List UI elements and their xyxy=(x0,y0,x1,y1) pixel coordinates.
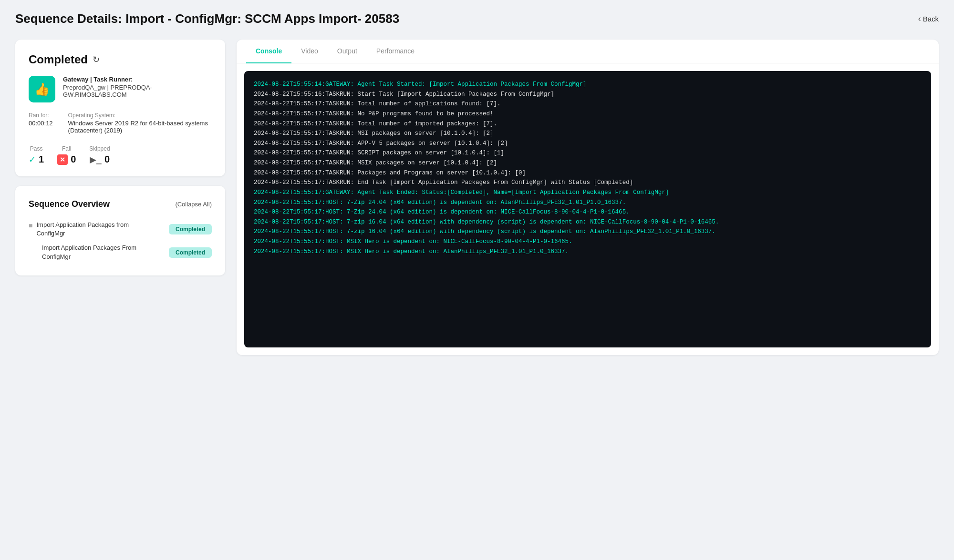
console-line: 2024-08-22T15:55:17:HOST: 7-zip 16.04 (x… xyxy=(254,217,922,227)
gateway-label: Gateway | Task Runner: xyxy=(63,76,212,83)
refresh-icon[interactable]: ↻ xyxy=(93,54,100,65)
right-panel: Console Video Output Performance 2024-08… xyxy=(237,40,939,355)
stats-row: Pass ✓ 1 Fail ✕ 0 Skipped ▶⎯ xyxy=(29,142,212,165)
os-value: Windows Server 2019 R2 for 64-bit-based … xyxy=(68,120,212,134)
thumbs-up-icon: 👍 xyxy=(29,76,55,102)
seq-item-0: ■ Import Application Packages from Confi… xyxy=(29,218,212,241)
console-line: 2024-08-22T15:55:17:HOST: 7-Zip 24.04 (x… xyxy=(254,198,922,208)
console-line: 2024-08-22T15:55:17:TASKRUN: No P&P prog… xyxy=(254,109,922,119)
seq-header: Sequence Overview (Collapse All) xyxy=(29,199,212,209)
back-link[interactable]: ‹ Back xyxy=(918,14,939,24)
console-line: 2024-08-22T15:55:17:TASKRUN: Total numbe… xyxy=(254,119,922,129)
back-chevron-icon: ‹ xyxy=(918,14,921,24)
ran-for-label: Ran for: xyxy=(29,112,53,119)
skipped-number: 0 xyxy=(104,154,110,165)
fail-value-row: ✕ 0 xyxy=(57,154,76,165)
tab-video[interactable]: Video xyxy=(291,40,328,63)
seq-item-icon-0: ■ xyxy=(29,222,32,229)
skipped-value-row: ▶⎯ 0 xyxy=(90,154,110,165)
console-line: 2024-08-22T15:55:17:TASKRUN: Total numbe… xyxy=(254,99,922,109)
pass-label: Pass xyxy=(30,145,43,152)
console-line: 2024-08-22T15:55:17:HOST: MSIX Hero is d… xyxy=(254,247,922,257)
back-label: Back xyxy=(923,15,939,23)
tab-console[interactable]: Console xyxy=(246,40,291,63)
ran-for-value: 00:00:12 xyxy=(29,120,53,127)
console-line: 2024-08-22T15:55:14:GATEWAY: Agent Task … xyxy=(254,80,922,90)
seq-title: Sequence Overview xyxy=(29,199,110,209)
status-title: Completed xyxy=(29,53,88,66)
page-header: Sequence Details: Import - ConfigMgr: SC… xyxy=(15,11,939,26)
console-line: 2024-08-22T15:55:16:TASKRUN: Start Task … xyxy=(254,90,922,100)
fail-label: Fail xyxy=(62,145,71,152)
console-area: 2024-08-22T15:55:14:GATEWAY: Agent Task … xyxy=(244,71,931,347)
page-title: Sequence Details: Import - ConfigMgr: SC… xyxy=(15,11,399,26)
seq-sub-item-0: Import Application Packages From ConfigM… xyxy=(29,241,212,264)
skipped-label: Skipped xyxy=(89,145,110,152)
gateway-row: 👍 Gateway | Task Runner: PreprodQA_gw | … xyxy=(29,76,212,102)
skipped-stat: Skipped ▶⎯ 0 xyxy=(89,145,110,165)
ran-for-item: Ran for: 00:00:12 xyxy=(29,112,53,134)
left-panel: Completed ↻ 👍 Gateway | Task Runner: Pre… xyxy=(15,40,225,275)
seq-item-label-0: Import Application Packages from ConfigM… xyxy=(36,221,132,238)
tab-output[interactable]: Output xyxy=(328,40,367,63)
seq-sub-badge-0: Completed xyxy=(169,247,212,258)
console-line: 2024-08-22T15:55:17:TASKRUN: APP-V 5 pac… xyxy=(254,139,922,149)
status-card: Completed ↻ 👍 Gateway | Task Runner: Pre… xyxy=(15,40,225,176)
console-line: 2024-08-22T15:55:17:HOST: MSIX Hero is d… xyxy=(254,237,922,247)
pass-value-row: ✓ 1 xyxy=(29,154,44,165)
seq-badge-0: Completed xyxy=(169,224,212,234)
skip-icon: ▶⎯ xyxy=(90,154,102,165)
sequence-overview-card: Sequence Overview (Collapse All) ■ Impor… xyxy=(15,186,225,275)
two-col-info: Ran for: 00:00:12 Operating System: Wind… xyxy=(29,112,212,134)
tabs-row: Console Video Output Performance xyxy=(237,40,939,63)
console-line: 2024-08-22T15:55:17:HOST: 7-Zip 24.04 (x… xyxy=(254,207,922,217)
console-line: 2024-08-22T15:55:17:TASKRUN: End Task [I… xyxy=(254,178,922,188)
pass-stat: Pass ✓ 1 xyxy=(29,145,44,165)
seq-item-left-0: ■ Import Application Packages from Confi… xyxy=(29,221,132,238)
console-line: 2024-08-22T15:55:17:HOST: 7-zip 16.04 (x… xyxy=(254,227,922,237)
tab-performance[interactable]: Performance xyxy=(367,40,424,63)
gateway-info: Gateway | Task Runner: PreprodQA_gw | PR… xyxy=(63,76,212,98)
seq-sub-label-0: Import Application Packages From ConfigM… xyxy=(42,244,137,261)
console-line: 2024-08-22T15:55:17:TASKRUN: MSI package… xyxy=(254,129,922,139)
fail-x-icon: ✕ xyxy=(57,154,68,165)
pass-check-icon: ✓ xyxy=(29,154,36,165)
console-line: 2024-08-22T15:55:17:GATEWAY: Agent Task … xyxy=(254,188,922,198)
status-row: Completed ↻ xyxy=(29,53,212,66)
os-info: Operating System: Windows Server 2019 R2… xyxy=(68,112,212,134)
collapse-all-button[interactable]: (Collapse All) xyxy=(175,201,212,208)
fail-number: 0 xyxy=(71,154,76,165)
fail-stat: Fail ✕ 0 xyxy=(57,145,76,165)
pass-number: 1 xyxy=(39,154,44,165)
gateway-value: PreprodQA_gw | PREPRODQA-GW.RIMO3LABS.CO… xyxy=(63,84,212,98)
main-layout: Completed ↻ 👍 Gateway | Task Runner: Pre… xyxy=(15,40,939,355)
os-label: Operating System: xyxy=(68,112,212,119)
console-line: 2024-08-22T15:55:17:TASKRUN: SCRIPT pack… xyxy=(254,148,922,158)
console-line: 2024-08-22T15:55:17:TASKRUN: MSIX packag… xyxy=(254,158,922,168)
console-line: 2024-08-22T15:55:17:TASKRUN: Packages an… xyxy=(254,168,922,178)
